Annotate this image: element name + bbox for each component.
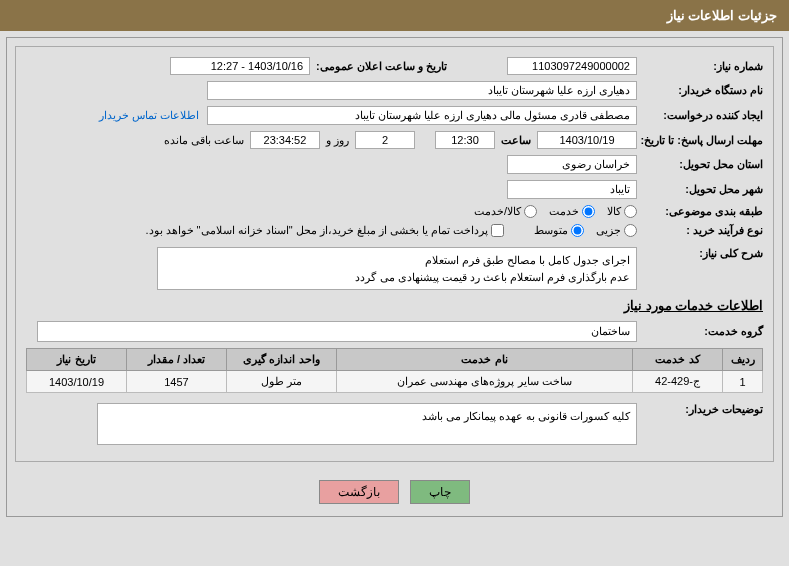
buyer-org-value: دهیاری ارزه علیا شهرستان تایباد	[207, 81, 637, 100]
page-title: جزئیات اطلاعات نیاز	[667, 8, 777, 23]
th-code: کد خدمت	[633, 349, 723, 371]
deadline-time: 12:30	[435, 131, 495, 149]
announce-value: 1403/10/16 - 12:27	[170, 57, 310, 75]
province-value: خراسان رضوی	[507, 155, 637, 174]
countdown-suffix: ساعت باقی مانده	[164, 134, 244, 147]
buyer-note-text: کلیه کسورات قانونی به عهده پیمانکار می ب…	[97, 403, 637, 445]
th-qty: تعداد / مقدار	[127, 349, 227, 371]
summary-label: شرح کلی نیاز:	[643, 247, 763, 260]
button-row: چاپ بازگشت	[15, 470, 774, 508]
summary-text: اجرای جدول کامل با مصالح طبق فرم استعلام…	[157, 247, 637, 290]
th-name: نام خدمت	[337, 349, 633, 371]
details-panel: شماره نیاز: 1103097249000002 تاریخ و ساع…	[15, 46, 774, 462]
th-date: تاریخ نیاز	[27, 349, 127, 371]
requester-value: مصطفی قادری مسئول مالی دهیاری ارزه علیا …	[207, 106, 637, 125]
days-remaining: 2	[355, 131, 415, 149]
th-unit: واحد اندازه گیری	[227, 349, 337, 371]
days-suffix: روز و	[326, 134, 349, 147]
requester-label: ایجاد کننده درخواست:	[643, 109, 763, 122]
announce-label: تاریخ و ساعت اعلان عمومی:	[316, 60, 447, 73]
service-group-value: ساختمان	[37, 321, 637, 342]
buyer-org-label: نام دستگاه خریدار:	[643, 84, 763, 97]
radio-kalakhedmat[interactable]: کالا/خدمت	[474, 205, 537, 218]
time-label: ساعت	[501, 134, 531, 147]
subject-class-label: طبقه بندی موضوعی:	[643, 205, 763, 218]
deadline-date: 1403/10/19	[537, 131, 637, 149]
city-label: شهر محل تحویل:	[643, 183, 763, 196]
radio-kala[interactable]: کالا	[607, 205, 637, 218]
services-section-title: اطلاعات خدمات مورد نیاز	[26, 298, 763, 313]
main-container: شماره نیاز: 1103097249000002 تاریخ و ساع…	[6, 37, 783, 517]
need-no-value: 1103097249000002	[507, 57, 637, 75]
table-row: 1 ج-429-42 ساخت سایر پروژه‌های مهندسی عم…	[27, 371, 763, 393]
page-title-bar: جزئیات اطلاعات نیاز	[0, 0, 789, 31]
buyer-note-label: توضیحات خریدار:	[643, 403, 763, 416]
buyer-contact-link[interactable]: اطلاعات تماس خریدار	[99, 109, 199, 122]
deadline-label: مهلت ارسال پاسخ: تا تاریخ:	[643, 134, 763, 147]
back-button[interactable]: بازگشت	[319, 480, 399, 504]
print-button[interactable]: چاپ	[410, 480, 470, 504]
proc-type-label: نوع فرآیند خرید :	[643, 224, 763, 237]
radio-khedmat[interactable]: خدمت	[549, 205, 595, 218]
subject-radio-group: کالا خدمت کالا/خدمت	[474, 205, 637, 218]
radio-motavaset[interactable]: متوسط	[534, 224, 584, 237]
payment-checkbox[interactable]: پرداخت تمام یا بخشی از مبلغ خرید،از محل …	[145, 224, 504, 237]
city-value: تایباد	[507, 180, 637, 199]
service-group-label: گروه خدمت:	[643, 325, 763, 338]
countdown: 23:34:52	[250, 131, 320, 149]
need-no-label: شماره نیاز:	[643, 60, 763, 73]
services-table: ردیف کد خدمت نام خدمت واحد اندازه گیری ت…	[26, 348, 763, 393]
province-label: استان محل تحویل:	[643, 158, 763, 171]
radio-jozei[interactable]: جزیی	[596, 224, 637, 237]
proc-type-radio-group: جزیی متوسط	[534, 224, 637, 237]
th-row: ردیف	[723, 349, 763, 371]
